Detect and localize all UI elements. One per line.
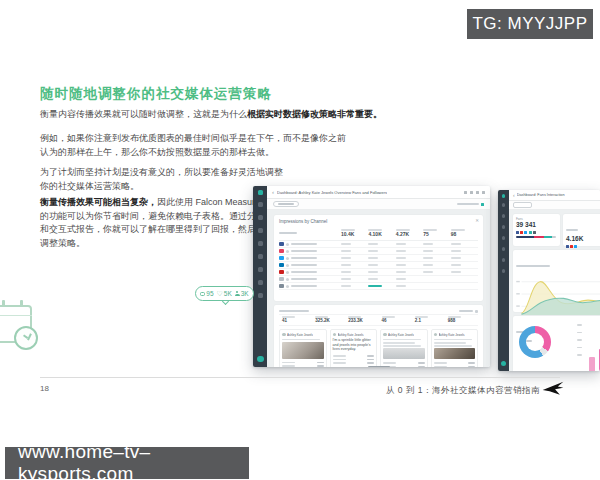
comment-icon [200,292,205,296]
sidebar-nav-icon[interactable] [258,241,263,246]
post-card[interactable]: Ashley Kate Jewels [380,329,428,367]
metric-column[interactable]: 75 [423,229,450,237]
metric-column[interactable]: 4.10K [368,229,395,237]
donut-chart [519,326,551,358]
channel-row[interactable] [279,255,478,262]
channel-icon [520,231,523,234]
tg-watermark-badge: TG: MYYJJPP [467,9,593,39]
back-icon[interactable]: ‹ [272,189,274,195]
dashboard-header: ‹ Dashboard: Ashley Kate Jewels Overview… [267,186,490,199]
paragraph-2: 例如，如果你注意到发布优质图表的最佳时间似乎是在下午，而不是像你之前认为的那样在… [40,132,352,159]
post-card[interactable]: Ashley Kate JewelsI'm a sprinkle little … [330,329,378,367]
post-account-name: Ashley Kate Jewels [439,333,465,337]
metric-column[interactable]: 4.27K [396,229,423,237]
sidebar-nav-icon[interactable] [502,247,506,251]
site-watermark-text: www.home–tv–kysports.com [18,441,249,480]
post-card[interactable]: Ashley Kate Jewels [431,329,479,367]
summary-stat: 46 [379,316,412,324]
avatar[interactable] [501,361,506,366]
back-icon[interactable]: ‹ [513,193,515,198]
bar-chart-ticks [577,324,582,356]
post-avatar [333,333,337,337]
metric-column[interactable]: 10.4K [341,229,368,237]
summary-stat-value: 325.2K [315,319,330,324]
followers-stat: 3K [235,290,249,297]
tg-watermark-text: TG: MYYJJPP [472,14,587,34]
channel-row[interactable] [279,276,478,283]
toolbar-right[interactable] [457,203,484,206]
summary-stat-value: 233.3K [348,319,363,324]
channel-row[interactable] [279,283,478,290]
channel-icon [279,277,284,282]
post-card[interactable]: Ashley Kate Jewels [279,329,327,367]
bar-female [589,357,595,371]
sidebar-nav-icon[interactable] [258,267,263,272]
fans-card: Fans 39 341 [513,214,560,246]
sidebar-nav-icon[interactable] [502,258,506,262]
calendar-header-line [0,315,32,316]
table-header-row: 10.4K 4.10K 4.27K 75 98 [279,226,478,241]
channel-icons [566,245,600,248]
channel-icon [279,242,284,247]
summary-stat-value: 41 [282,319,287,324]
export-icon[interactable] [481,203,484,206]
summary-stat: 325.2K [312,316,345,324]
impressions-card: Impressions by Channel ✕ 10.4K 4.10K 4.2… [274,215,483,301]
channel-icon [279,263,284,268]
metric-total: 10.4K [341,232,368,237]
calendar-clock-icon [0,298,42,354]
dashboard-sidebar[interactable] [253,186,267,367]
dashboard-sidebar[interactable] [498,190,509,371]
sidebar-nav-icon[interactable] [502,225,506,229]
metric-column[interactable]: 98 [451,229,478,237]
page: TG: MYYJJPP 随时随地调整你的社交媒体运营策略 衡量内容传播效果就可以… [0,0,600,480]
sidebar-nav-icon[interactable] [258,254,263,259]
posts-card-title-bar [279,310,309,312]
dashboard-right-screenshot: ‹ Dashboard: Fans Interaction Fans 39 34… [498,190,600,371]
channel-row[interactable] [279,269,478,276]
donut-center-label-bar [526,340,532,342]
sidebar-nav-icon[interactable] [502,214,506,218]
likes-count: 5K [224,290,232,297]
avatar[interactable] [257,356,264,363]
comments-stat: 95 [200,290,213,297]
card-close-icon[interactable]: ✕ [475,218,479,223]
post-image [282,342,324,359]
sidebar-nav-icon[interactable] [258,280,263,285]
filter-button[interactable] [513,202,532,208]
pager-bar[interactable] [368,366,390,368]
fans-stacked-bar [516,236,556,239]
header-action-icons[interactable] [464,191,485,194]
channel-row[interactable] [279,248,478,255]
metric-total: 98 [451,232,478,237]
engagement-value: 4.16K [566,236,600,243]
post-image [383,348,425,359]
dashboard-toolbar [267,199,490,210]
filter-button[interactable] [273,201,299,208]
sidebar-nav-icon[interactable] [502,203,506,207]
channel-icon [529,231,532,234]
page-number: 18 [40,384,49,393]
channel-column-header [279,232,341,234]
post-avatar [383,333,387,337]
sidebar-nav-icon[interactable] [502,269,506,273]
dashboard-title: Dashboard: Fans Interaction [517,193,565,197]
channel-row[interactable] [279,262,478,269]
post-avatar [434,333,438,337]
posts-card-link[interactable] [459,310,478,313]
dashboard-header: ‹ Dashboard: Fans Interaction [509,190,600,201]
sidebar-nav-icon[interactable] [502,236,506,240]
channel-icon [279,249,284,254]
channel-row[interactable] [279,241,478,248]
sidebar-nav-icon[interactable] [258,228,263,233]
sidebar-nav-icon[interactable] [258,202,263,207]
channel-icon [570,245,573,248]
clock-icon [14,326,38,350]
sidebar-nav-icon[interactable] [258,215,263,220]
sidebar-nav-icon[interactable] [258,293,263,298]
channel-icon [524,231,527,234]
fans-value: 39 341 [516,222,557,229]
post-avatar [282,333,286,337]
footer-caption: 从 0 到 1：海外社交媒体内容营销指南 [386,385,540,397]
post-image [434,348,476,359]
